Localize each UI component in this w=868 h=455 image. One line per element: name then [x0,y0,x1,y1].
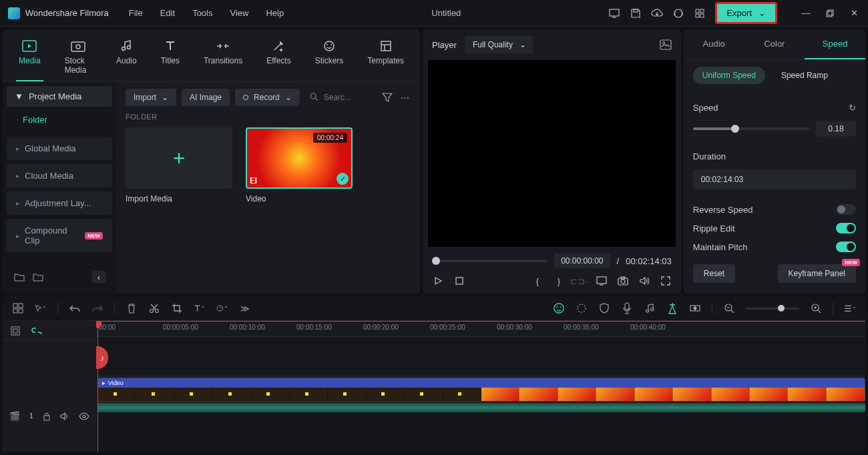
reset-button[interactable]: Reset [693,264,735,283]
tab-audio-props[interactable]: Audio [684,29,744,59]
reverse-toggle[interactable] [836,204,856,215]
undo-icon[interactable] [69,304,81,313]
audio-waveform[interactable] [97,403,865,412]
marker-icon[interactable] [666,302,678,314]
menu-file[interactable]: File [129,8,143,18]
cloud-icon[interactable] [651,7,663,19]
preview-video[interactable] [428,60,676,247]
ai-face-icon[interactable] [553,302,565,315]
tab-stock[interactable]: Stock Media [62,35,95,81]
music-note-icon[interactable] [644,303,656,314]
tab-speed-props[interactable]: Speed [805,29,865,59]
keyframe-button[interactable]: Keyframe PanelNEW [778,264,856,283]
zoom-slider[interactable] [746,308,799,310]
menu-edit[interactable]: Edit [160,8,175,18]
camera-icon[interactable] [617,275,629,287]
tab-effects[interactable]: Effects [264,35,293,81]
record-button[interactable]: Record⌄ [235,89,300,106]
filter-icon[interactable] [381,93,393,102]
minimize-icon[interactable]: — [800,7,812,19]
color-wheel-icon[interactable] [576,303,588,314]
speed-slider[interactable] [693,127,809,130]
shield-icon[interactable] [598,303,610,314]
ripple-toggle[interactable] [836,223,856,234]
video-track-icon[interactable]: 🎬 [9,411,20,421]
menu-help[interactable]: Help [266,8,284,18]
video-media-item[interactable]: 00:00:24 🎞 ✓ Video [246,127,353,203]
display-icon[interactable] [596,275,608,287]
ai-image-button[interactable]: AI Image [182,89,230,106]
speed-icon[interactable]: ⌄ [216,303,228,314]
cut-icon[interactable] [148,303,160,314]
redo-icon[interactable] [91,304,103,313]
more-icon[interactable]: ⋯ [399,93,411,103]
tab-audio[interactable]: Audio [114,35,140,81]
tab-media[interactable]: Media [16,35,43,81]
delete-icon[interactable] [126,303,138,314]
maximize-icon[interactable] [824,7,836,19]
fit-icon[interactable] [9,326,21,336]
video-track[interactable]: ▸Video [96,376,865,413]
volume-icon[interactable] [638,275,650,287]
import-media-item[interactable]: + Import Media [126,127,232,203]
duration-input[interactable]: 00:02:14:03 [693,169,856,189]
zoom-handle[interactable] [778,305,785,312]
sidebar-project-media[interactable]: ▼Project Media [7,86,112,107]
mute-track-icon[interactable] [60,412,69,420]
lock-track-icon[interactable] [43,412,51,421]
scrub-track[interactable] [432,260,548,262]
tab-titles[interactable]: Titles [158,35,182,81]
folder-icon[interactable] [32,272,44,282]
tracks[interactable]: 00:00 00:00:05:00 00:00:10:00 00:00:15:0… [96,321,865,452]
quality-select[interactable]: Full Quality [465,36,533,53]
subtab-uniform[interactable]: Uniform Speed [693,67,765,84]
video-clip[interactable]: ▸Video [97,378,865,402]
speed-value[interactable]: 0.18 [816,121,856,137]
tab-transitions[interactable]: Transitions [201,35,245,81]
marker-track[interactable]: ♪ [96,337,865,376]
sidebar-compound-clip[interactable]: ▸Compound ClipNEW [7,219,112,252]
sidebar-cloud-media[interactable]: ▸Cloud Media [7,164,112,187]
screen-icon[interactable] [608,7,620,19]
search-input[interactable] [324,93,364,102]
fullscreen-icon[interactable] [660,275,672,287]
tab-stickers[interactable]: Stickers [312,35,347,81]
stop-icon[interactable] [453,275,465,287]
close-icon[interactable]: ✕ [848,7,860,19]
keyframe-icon[interactable] [689,304,701,313]
slider-handle[interactable] [731,125,739,133]
mic-icon[interactable] [621,302,633,314]
save-icon[interactable] [630,7,642,19]
pitch-toggle[interactable] [836,242,856,252]
snapshot-icon[interactable] [660,39,672,50]
link-icon[interactable] [31,328,43,334]
sidebar-adjustment-layer[interactable]: ▸Adjustment Lay... [7,191,112,215]
zoom-out-icon[interactable] [723,303,735,314]
layout-icon[interactable] [12,303,24,314]
mark-out-icon[interactable]: } [553,275,565,287]
ruler[interactable]: 00:00 00:00:05:00 00:00:10:00 00:00:15:0… [96,321,865,337]
mark-in-icon[interactable]: { [531,275,544,287]
export-button[interactable]: Export ⌄ [715,2,777,24]
subtab-ramp[interactable]: Speed Ramp [772,67,837,84]
play-icon[interactable] [432,275,444,287]
more-tools-icon[interactable]: ≫ [239,304,251,314]
cursor-icon[interactable]: ⌄ [35,303,47,314]
list-icon[interactable]: ☰⌄ [844,304,856,314]
hide-track-icon[interactable] [79,412,89,420]
grid-icon[interactable] [694,7,706,19]
menu-view[interactable]: View [230,8,248,18]
crop-icon[interactable]: ⊏⊐⌄ [574,275,586,287]
playhead[interactable] [97,321,98,452]
new-folder-icon[interactable] [13,272,25,282]
import-button[interactable]: Import⌄ [126,89,176,106]
sidebar-global-media[interactable]: ▸Global Media [7,137,112,160]
tab-templates[interactable]: Templates [365,35,407,81]
menu-tools[interactable]: Tools [192,8,212,18]
text-icon[interactable]: ⌄ [194,303,206,314]
tab-color-props[interactable]: Color [744,29,805,59]
scrub-handle[interactable] [432,257,440,265]
zoom-in-icon[interactable] [810,303,822,314]
crop-tl-icon[interactable] [171,303,183,314]
sidebar-folder[interactable]: Folder [7,107,112,133]
